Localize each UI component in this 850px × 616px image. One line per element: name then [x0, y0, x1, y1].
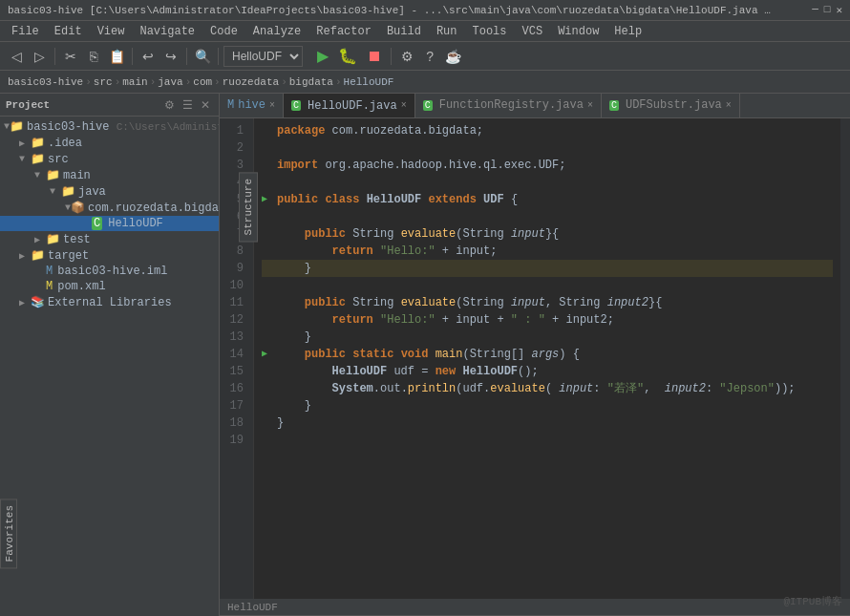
code-line-6 [262, 208, 833, 225]
tree-main-icon: 📁 [46, 168, 60, 182]
breadcrumb-com[interactable]: com [193, 76, 212, 88]
tree-target[interactable]: ▶ 📁 target [0, 247, 219, 264]
code-content[interactable]: package com.ruozedata.bigdata;import org… [254, 118, 840, 599]
tree-test[interactable]: ▶ 📁 test [0, 231, 219, 247]
toolbar-help-btn[interactable]: ? [419, 46, 440, 67]
title-bar: basic03-hive [C:\Users\Administrator\Ide… [0, 0, 850, 21]
tree-target-icon: 📁 [31, 248, 45, 263]
tree-helloudf-icon: C [92, 217, 102, 230]
tab-udf-substr-close[interactable]: × [726, 100, 732, 111]
tree-helloudf-label: HelloUDF [108, 217, 163, 230]
breadcrumb-src[interactable]: src [94, 76, 113, 88]
panel-gear-btn[interactable]: ☰ [180, 97, 196, 113]
menu-navigate[interactable]: Navigate [132, 23, 202, 40]
breadcrumb-root[interactable]: basic03-hive [8, 76, 83, 88]
menu-view[interactable]: View [90, 23, 133, 40]
breadcrumb-bigdata[interactable]: bigdata [289, 76, 333, 88]
code-line-9: } [262, 260, 833, 277]
menu-edit[interactable]: Edit [47, 23, 90, 40]
menu-analyze[interactable]: Analyze [245, 23, 308, 40]
toolbar-sep1 [54, 48, 55, 65]
stop-btn[interactable]: ⏹ [363, 46, 386, 67]
tree-main-label: main [63, 169, 91, 182]
run-config-selector[interactable]: HelloUDF [223, 46, 303, 67]
editor-tabs: M hive × C HelloUDF.java × C FunctionReg… [220, 94, 850, 118]
tree-pkg-icon: 📦 [71, 201, 85, 215]
project-panel: Project ⚙ ☰ ✕ ▼ 📁 basic03-hive C:\Users\… [0, 94, 220, 616]
toolbar-redo-btn[interactable]: ↪ [160, 46, 181, 67]
panel-tools: ⚙ ☰ ✕ [161, 97, 213, 113]
tree-idea-label: .idea [48, 137, 82, 150]
tree-pkg[interactable]: ▼ 📦 com.ruozedata.bigdata [0, 200, 219, 216]
toolbar-sdk-btn[interactable]: ☕ [442, 46, 463, 67]
menu-run[interactable]: Run [429, 23, 465, 40]
structure-side-tab[interactable]: Structure [239, 172, 258, 242]
code-line-17: } [262, 397, 833, 414]
panel-close-btn[interactable]: ✕ [198, 97, 213, 113]
menu-code[interactable]: Code [202, 23, 245, 40]
menu-help[interactable]: Help [606, 23, 649, 40]
menu-vcs[interactable]: VCS [515, 23, 551, 40]
minimize-btn[interactable]: ─ [812, 4, 818, 16]
editor-area: M hive × C HelloUDF.java × C FunctionReg… [220, 94, 850, 616]
code-line-12: return "Hello:" + input + " : " + input2… [262, 311, 833, 329]
tab-udf-substr-label: UDFSubstr.java [626, 98, 722, 112]
breadcrumb-java[interactable]: java [158, 76, 182, 88]
toolbar-paste-btn[interactable]: 📋 [106, 46, 127, 67]
favorites-side-tab[interactable]: Favorites [0, 499, 17, 568]
panel-settings-btn[interactable]: ⚙ [161, 97, 178, 113]
tab-hive-close[interactable]: × [269, 100, 275, 111]
tree-root[interactable]: ▼ 📁 basic03-hive C:\Users\Administrator\… [0, 118, 219, 135]
tab-func-registry[interactable]: C FunctionRegistry.java × [415, 94, 602, 117]
toolbar-forward-btn[interactable]: ▷ [29, 46, 50, 67]
breadcrumb-main[interactable]: main [122, 76, 147, 88]
toolbar-settings-btn[interactable]: ⚙ [396, 46, 417, 67]
debug-btn[interactable]: 🐛 [334, 46, 361, 67]
run-arrow-5[interactable]: ▶ [262, 191, 277, 208]
tree-ext-libs[interactable]: ▶ 📚 External Libraries [0, 294, 219, 310]
tab-func-registry-close[interactable]: × [587, 100, 593, 111]
tree-idea[interactable]: ▶ 📁 .idea [0, 135, 219, 151]
menu-window[interactable]: Window [550, 23, 606, 40]
run-arrow-14[interactable]: ▶ [262, 346, 277, 363]
watermark: @ITPUB博客 [783, 594, 842, 608]
code-line-14: ▶ public static void main(String[] args)… [262, 346, 833, 363]
toolbar-cut-btn[interactable]: ✂ [60, 46, 81, 67]
toolbar-back-btn[interactable]: ◁ [6, 46, 27, 67]
maximize-btn[interactable]: □ [824, 4, 831, 16]
menu-build[interactable]: Build [379, 23, 429, 40]
tree-ext-libs-label: External Libraries [48, 296, 172, 309]
code-line-19 [262, 432, 833, 449]
code-line-13: } [262, 329, 833, 346]
toolbar-undo-btn[interactable]: ↩ [138, 46, 159, 67]
code-editor: 12345678910111213141516171819 package co… [220, 118, 850, 599]
tree-java[interactable]: ▼ 📁 java [0, 183, 219, 200]
breadcrumb-sep2: › [115, 76, 121, 88]
tree-src-label: src [48, 153, 69, 166]
tab-hive[interactable]: M hive × [220, 94, 284, 117]
tree-helloudf[interactable]: ▶ C HelloUDF [0, 216, 219, 231]
breadcrumb-sep7: › [335, 76, 342, 88]
menu-file[interactable]: File [4, 23, 47, 40]
main-layout: Project ⚙ ☰ ✕ ▼ 📁 basic03-hive C:\Users\… [0, 94, 850, 616]
tree-iml[interactable]: ▶ M basic03-hive.iml [0, 264, 219, 279]
toolbar: ◁ ▷ ✂ ⎘ 📋 ↩ ↪ 🔍 HelloUDF ▶ 🐛 ⏹ ⚙ ? ☕ [0, 42, 850, 71]
tab-hello-udf[interactable]: C HelloUDF.java × [284, 94, 415, 117]
tab-hello-udf-close[interactable]: × [401, 100, 407, 111]
menu-refactor[interactable]: Refactor [308, 23, 379, 40]
toolbar-search-btn[interactable]: 🔍 [192, 46, 213, 67]
tree-pom[interactable]: ▶ M pom.xml [0, 279, 219, 294]
code-line-5: ▶public class HelloUDF extends UDF { [262, 191, 833, 208]
breadcrumb-ruozedata[interactable]: ruozedata [223, 76, 279, 88]
breadcrumb-helloudf[interactable]: HelloUDF [344, 76, 394, 88]
close-btn[interactable]: ✕ [836, 4, 842, 16]
toolbar-copy-btn[interactable]: ⎘ [83, 46, 104, 67]
tree-java-label: java [78, 185, 106, 199]
tree-idea-icon: 📁 [31, 136, 45, 150]
tree-main[interactable]: ▼ 📁 main [0, 167, 219, 183]
tree-src[interactable]: ▼ 📁 src [0, 151, 219, 167]
code-line-4 [262, 174, 833, 191]
tab-udf-substr[interactable]: C UDFSubstr.java × [602, 94, 740, 117]
menu-tools[interactable]: Tools [465, 23, 515, 40]
run-btn[interactable]: ▶ [313, 46, 332, 67]
